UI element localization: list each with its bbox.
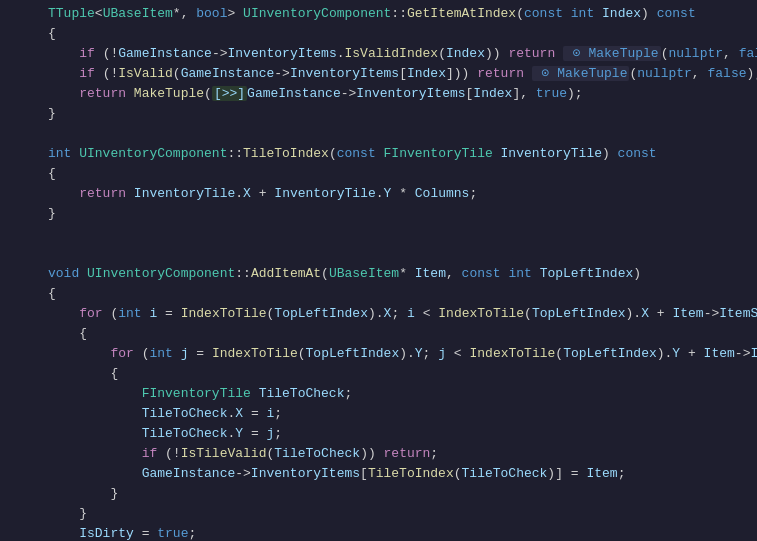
code-line: FInventoryTile TileToCheck; bbox=[0, 384, 757, 404]
code-editor: TTuple<UBaseItem*, bool> UInventoryCompo… bbox=[0, 0, 757, 541]
code-line: } bbox=[0, 204, 757, 224]
code-line: for (int i = IndexToTile(TopLeftIndex).X… bbox=[0, 304, 757, 324]
code-line: void UInventoryComponent::AddItemAt(UBas… bbox=[0, 264, 757, 284]
code-line: } bbox=[0, 104, 757, 124]
code-line: } bbox=[0, 504, 757, 524]
code-line: IsDirty = true; bbox=[0, 524, 757, 541]
code-line: TileToCheck.Y = j; bbox=[0, 424, 757, 444]
code-line: GameInstance->InventoryItems[TileToIndex… bbox=[0, 464, 757, 484]
code-line: return InventoryTile.X + InventoryTile.Y… bbox=[0, 184, 757, 204]
code-line: { bbox=[0, 364, 757, 384]
code-line: if (!GameInstance->InventoryItems.IsVali… bbox=[0, 44, 757, 64]
code-line: TTuple<UBaseItem*, bool> UInventoryCompo… bbox=[0, 4, 757, 24]
code-line: for (int j = IndexToTile(TopLeftIndex).Y… bbox=[0, 344, 757, 364]
code-line: { bbox=[0, 324, 757, 344]
code-line: { bbox=[0, 24, 757, 44]
code-line: { bbox=[0, 164, 757, 184]
code-line: if (!IsValid(GameInstance->InventoryItem… bbox=[0, 64, 757, 84]
code-line: return MakeTuple([>>]GameInstance->Inven… bbox=[0, 84, 757, 104]
code-line: int UInventoryComponent::TileToIndex(con… bbox=[0, 144, 757, 164]
code-line: } bbox=[0, 484, 757, 504]
code-line: if (!IsTileValid(TileToCheck)) return; bbox=[0, 444, 757, 464]
code-line: TileToCheck.X = i; bbox=[0, 404, 757, 424]
code-line bbox=[0, 224, 757, 244]
code-line bbox=[0, 124, 757, 144]
code-line: { bbox=[0, 284, 757, 304]
code-line bbox=[0, 244, 757, 264]
